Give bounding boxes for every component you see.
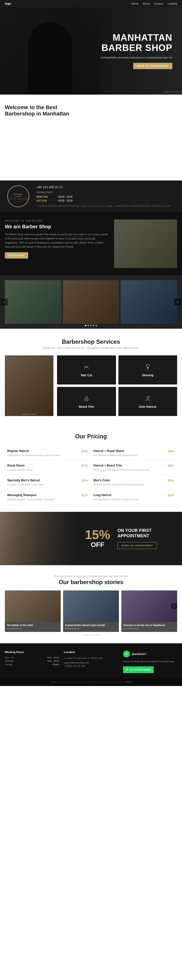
footer-phone: +1 (881) 123 456 789 xyxy=(64,665,118,667)
pricing-item-regular-haircut: Regular Haircut $34+ A great look cut is… xyxy=(5,446,91,461)
pricing-desc-3: Our three-signature shave xyxy=(7,468,88,472)
pricing-header-7: Massaging Shampoo $12+ xyxy=(7,493,88,497)
pricing-desc-6: Enhance your look with this permanent co… xyxy=(93,483,175,486)
discount-percentage: 15% OFF xyxy=(85,528,110,549)
nav-about[interactable]: About xyxy=(143,2,150,5)
svg-rect-0 xyxy=(147,368,149,368)
pricing-item-mens-color: Men's Color $55+ Enhance your look with … xyxy=(91,475,177,490)
carousel-dot-4[interactable] xyxy=(93,325,94,326)
story-card-1: The barber is the artist just find them … xyxy=(5,590,61,632)
discount-text-area: ON YOUR FIRSTAPPOINTMENT BOOK AN APPOINT… xyxy=(117,528,177,549)
barber-phone: +90 123 456 32 11 xyxy=(37,185,177,189)
footer-day-1: Mon - Fri: xyxy=(5,656,14,659)
nav-home[interactable]: Home xyxy=(131,2,138,5)
hours-row-weekday: MON-THU 09:00 - 19:00 xyxy=(37,196,177,198)
stories-next-button[interactable]: › xyxy=(171,603,177,609)
carousel-dot-3[interactable] xyxy=(90,325,92,326)
barber-logo-area: BARBERSHOP SINCE 61, MANHATTAN xyxy=(5,185,32,207)
service-name-haircut: Hair Cut xyxy=(81,374,92,377)
service-card-shaving[interactable]: Shaving xyxy=(118,355,177,385)
pricing-price-7: $12+ xyxy=(81,493,88,497)
hours-days-2: SAT-SUN xyxy=(37,199,53,202)
barber-logo-text: BARBERSHOP xyxy=(14,193,23,197)
carousel-dot-5[interactable] xyxy=(96,325,97,326)
footer-address: 17 Green St, New York, NY 10010, USA xyxy=(64,656,118,660)
pricing-price-1: $34+ xyxy=(81,449,88,453)
barber-logo-sub: SINCE 61, MANHATTAN xyxy=(8,198,29,200)
nav-contact[interactable]: Contact xyxy=(154,2,163,5)
carousel-dot-2[interactable] xyxy=(88,325,89,326)
footer-hours-title: Working Hours xyxy=(5,651,59,654)
story-card-3: Success is not the key to happiness just… xyxy=(121,590,177,632)
stories-subtitle: The true measure of success is not what … xyxy=(5,575,177,578)
beard-icon xyxy=(82,395,91,403)
shaving-icon xyxy=(144,363,152,372)
services-subtitle: Sample text. Click to select the text bo… xyxy=(5,347,177,349)
footer: Working Hours Mon - Fri: 8:00 - 19:00 Sa… xyxy=(0,643,182,678)
service-card-haircut[interactable]: ✂ Hair Cut xyxy=(57,355,116,385)
footer-day-2: Saturday: xyxy=(5,660,14,662)
carousel-dots xyxy=(85,325,97,326)
stories-grid: The barber is the artist just find them … xyxy=(5,590,177,632)
footer-time-2: 8:00 - 18:00 xyxy=(47,660,59,662)
story-caption-3: Success is not the key to happiness just… xyxy=(121,622,177,632)
nav-landing[interactable]: Landing xyxy=(168,2,177,5)
carousel-prev-button[interactable]: ‹ xyxy=(1,299,8,305)
carousel-image-2 xyxy=(63,280,120,324)
pricing-desc-7: Relaxing shampoo + scalp massage + hot t… xyxy=(7,498,88,501)
discount-content: 15% OFF ON YOUR FIRSTAPPOINTMENT BOOK AN… xyxy=(85,528,177,549)
welcome-section: Welcome to the BestBarbershop in Manhatt… xyxy=(0,95,182,180)
pricing-header-3: Royal Shave $35+ xyxy=(7,464,88,468)
pricing-item-specialty: Specialty Men's Haircut $34+ Precision c… xyxy=(5,475,91,490)
pricing-item-royal-shave: Royal Shave $35+ Our three-signature sha… xyxy=(5,460,91,475)
pricing-name-8: Long Haircut xyxy=(93,493,112,497)
pricing-price-4: $65+ xyxy=(168,464,175,468)
story-caption-2: A great barber doesn't just cut hair jus… xyxy=(63,622,119,632)
story-image-2 xyxy=(63,590,119,622)
footer-hours-column: Working Hours Mon - Fri: 8:00 - 19:00 Sa… xyxy=(5,651,59,673)
footer-whatsapp-button[interactable]: ✆ GO TO SITE RADER xyxy=(123,667,153,673)
navigation: logo Home About Contact Landing xyxy=(0,0,182,7)
we-are-text: The Barber Shop used to be greater than … xyxy=(5,232,109,249)
service-card-beard[interactable]: Beard Trim xyxy=(57,387,116,416)
we-are-title: We are Barber Shop xyxy=(5,224,109,229)
carousel-image-1 xyxy=(5,280,61,324)
haircut-icon: ✂ xyxy=(82,363,91,372)
discount-section: 15% OFF ON YOUR FIRSTAPPOINTMENT BOOK AN… xyxy=(0,512,182,565)
pricing-desc-1: A great look cut is the best accessory a… xyxy=(7,454,88,457)
pricing-desc-4: Enhance your look with the difference th… xyxy=(93,468,175,472)
we-are-tag: WELCOME TO THE BOARD xyxy=(5,220,109,222)
service-name-kids: Kids Haircut xyxy=(139,405,156,409)
discount-cta-button[interactable]: BOOK AN APPOINTMENT xyxy=(117,542,157,549)
services-title: Barbershop Services xyxy=(5,338,177,345)
read-more-button[interactable]: READ MORE xyxy=(5,252,28,259)
hours-row-weekend: SAT-SUN 09:00 - 19:00 xyxy=(37,199,177,202)
carousel-next-button[interactable]: › xyxy=(174,299,181,305)
footer-bottom-text: Sample text. Click to select the text bo… xyxy=(50,681,125,683)
service-card-kids[interactable]: Kids Haircut xyxy=(118,387,177,416)
footer-whatsapp-label: GO TO SITE RADER xyxy=(130,668,151,671)
services-barber-photo xyxy=(5,355,53,416)
hero-section: MANHATTAN BARBER SHOP Unforgettable groo… xyxy=(0,7,182,95)
svg-point-3 xyxy=(147,396,149,399)
pricing-header-2: Haircut + Royal Shave $60+ xyxy=(93,449,175,453)
pricing-name-2: Haircut + Royal Shave xyxy=(93,449,124,453)
footer-hours-row-2: Saturday: 8:00 - 18:00 xyxy=(5,660,59,662)
footer-questions-text: Add us on WhatsApp & send queries for in… xyxy=(123,660,177,663)
pricing-name-4: Haircut + Beard Trim xyxy=(93,464,122,467)
service-name-shaving: Shaving xyxy=(142,374,153,377)
footer-location-column: Location 17 Green St, New York, NY 10010… xyxy=(64,651,118,673)
barber-logo: BARBERSHOP SINCE 61, MANHATTAN xyxy=(7,185,29,207)
we-are-section: WELCOME TO THE BOARD We are Barber Shop … xyxy=(0,212,182,275)
services-image-credit: Image from Freepik xyxy=(22,414,37,415)
footer-bottom-link[interactable]: Drop-in xyxy=(126,681,132,683)
pricing-header-5: Specialty Men's Haircut $34+ xyxy=(7,479,88,482)
pricing-name-6: Men's Color xyxy=(93,479,110,482)
pricing-price-8: $55+ xyxy=(168,493,175,497)
footer-hours-row-3: Sunday: Closed xyxy=(5,663,59,666)
story-image-3 xyxy=(121,590,177,622)
pricing-price-6: $55+ xyxy=(168,479,175,482)
carousel-dot-1[interactable] xyxy=(85,325,86,326)
services-main-image: Image from Freepik xyxy=(5,355,53,416)
hero-cta-button[interactable]: BOOK AN APPOINTMENT xyxy=(133,63,172,69)
